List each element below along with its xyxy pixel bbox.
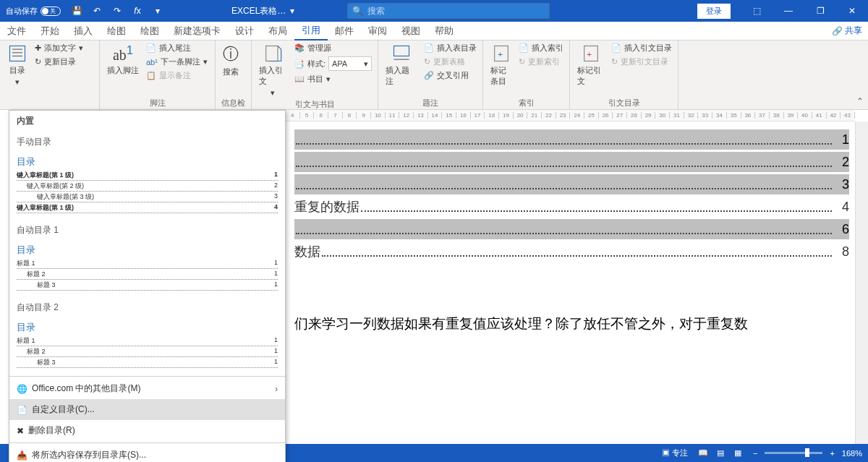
update-toc-button[interactable]: ↻ 更新目录 (33, 56, 85, 68)
ribbon-display-icon[interactable]: ⬚ (741, 0, 773, 22)
tab-0[interactable]: 文件 (0, 22, 33, 40)
citation-style-select[interactable]: 📑 样式: APA▾ (293, 56, 373, 72)
mark-entry-button[interactable]: + 标记条目 (488, 42, 514, 88)
zoom-out-button[interactable]: − (753, 449, 757, 458)
qat-dropdown-icon[interactable]: ▾ (149, 2, 166, 20)
dd-save-selection[interactable]: 📥将所选内容保存到目录库(S)... (9, 445, 285, 462)
tab-3[interactable]: 绘图 (100, 22, 133, 40)
toc-entry[interactable]: 3 (294, 174, 849, 194)
svg-text:+: + (587, 49, 592, 59)
tab-8[interactable]: 引用 (294, 22, 328, 40)
dd-more-office[interactable]: 🌐Office.com 中的其他目录(M)› (9, 378, 285, 399)
tab-7[interactable]: 布局 (261, 22, 294, 40)
remove-icon: ✖ (17, 426, 24, 436)
title-bar: 自动保存 关 💾 ↶ ↷ fx ▾ EXCEL表格… ▾ 🔍 登录 ⬚ — ❐ … (0, 0, 868, 22)
focus-mode-button[interactable]: ▣ 专注 (662, 448, 688, 458)
search-box[interactable]: 🔍 (347, 3, 550, 19)
print-layout-icon[interactable]: ▤ (712, 447, 728, 460)
update-toa-button: ↻ 更新引文目录 (610, 56, 673, 68)
document-icon: 📄 (17, 405, 27, 415)
toc-entry[interactable]: 2 (294, 152, 849, 172)
show-notes-button: 📋 显示备注 (145, 69, 209, 82)
update-index-button: ↻ 更新索引 (517, 56, 565, 68)
dd-preview-auto2[interactable]: 目录 标题 11标题 21标题 31 (9, 318, 285, 375)
zoom-slider[interactable] (765, 452, 822, 454)
horizontal-ruler[interactable]: 4567891011121314151617181920212223242526… (286, 110, 855, 121)
ribbon-collapse-icon[interactable]: ⌃ (856, 96, 864, 106)
dd-custom-toc[interactable]: 📄自定义目录(C)... (9, 399, 285, 420)
search-icon: 🔍 (352, 6, 363, 16)
save-icon[interactable]: 💾 (68, 2, 85, 20)
web-layout-icon[interactable]: ▦ (730, 447, 746, 460)
dd-remove-toc[interactable]: ✖删除目录(R) (9, 420, 285, 441)
svg-rect-5 (393, 46, 409, 56)
ribbon: 目录▾ ✚ 添加文字 ▾ ↻ 更新目录 ab1 插入脚注 📄 插入尾注 ab¹ … (0, 40, 868, 110)
tab-2[interactable]: 插入 (67, 22, 100, 40)
toc-entry[interactable]: 6 (294, 219, 849, 239)
zoom-level[interactable]: 168% (842, 449, 862, 458)
svg-rect-0 (10, 46, 25, 61)
quick-access-toolbar: 💾 ↶ ↷ fx ▾ (68, 2, 166, 20)
bibliography-button[interactable]: 📖 书目 ▾ (293, 73, 373, 85)
dd-preview-auto1[interactable]: 目录 标题 11标题 21标题 31 (9, 241, 285, 297)
search-input[interactable] (367, 6, 549, 16)
insert-table-figures-button[interactable]: 📄 插入表目录 (422, 42, 478, 54)
tab-1[interactable]: 开始 (33, 22, 67, 40)
cross-reference-button[interactable]: 🔗 交叉引用 (422, 69, 478, 82)
close-icon[interactable]: ✕ (836, 0, 868, 22)
minimize-icon[interactable]: — (773, 0, 804, 22)
save-icon: 📥 (17, 450, 27, 461)
insert-index-button[interactable]: 📄 插入索引 (517, 42, 565, 54)
mark-citation-button[interactable]: + 标记引文 (574, 42, 607, 88)
insert-caption-button[interactable]: 插入题注 (383, 42, 420, 88)
read-mode-icon[interactable]: 📖 (695, 447, 711, 460)
toc-button[interactable]: 目录▾ (4, 42, 30, 88)
update-table-button: ↻ 更新表格 (422, 56, 478, 68)
toc-dropdown: 内置 手动目录 目录 键入章标题(第 1 级)1键入章标题(第 2 级)2键入章… (9, 110, 286, 462)
dd-auto1[interactable]: 自动目录 1 (9, 220, 285, 241)
dd-manual-toc[interactable]: 手动目录 (9, 132, 285, 153)
add-text-button[interactable]: ✚ 添加文字 ▾ (33, 42, 85, 54)
tab-6[interactable]: 设计 (228, 22, 261, 40)
tab-11[interactable]: 视图 (394, 22, 427, 40)
insert-footnote-button[interactable]: ab1 插入脚注 (104, 42, 142, 77)
next-footnote-button[interactable]: ab¹ 下一条脚注 ▾ (145, 56, 209, 68)
document-content[interactable]: 123重复的数据46数据8 们来学习一列数据如果有重复值应该处理？除了放任不管之… (289, 121, 855, 339)
dd-auto2[interactable]: 自动目录 2 (9, 297, 285, 318)
autosave-label: 自动保存 (6, 6, 38, 17)
share-button[interactable]: 🔗共享 (832, 25, 862, 37)
svg-text:+: + (498, 49, 503, 59)
globe-icon: 🌐 (17, 384, 27, 394)
zoom-in-button[interactable]: + (830, 449, 834, 458)
maximize-icon[interactable]: ❐ (804, 0, 836, 22)
login-button[interactable]: 登录 (697, 4, 731, 19)
toc-entry[interactable]: 1 (294, 129, 849, 150)
tab-12[interactable]: 帮助 (427, 22, 461, 40)
body-text: 们来学习一列数据如果有重复值应该处理？除了放任不管之外，对于重复数 (294, 315, 849, 333)
tab-strip: 文件开始插入绘图绘图新建选项卡设计布局引用邮件审阅视图帮助 🔗共享 (0, 22, 868, 40)
svg-rect-4 (266, 46, 278, 61)
tab-10[interactable]: 审阅 (361, 22, 394, 40)
vertical-scrollbar[interactable] (855, 121, 868, 444)
search-button[interactable]: ⓘ搜索 (220, 42, 242, 79)
insert-citation-button[interactable]: 插入引文▾ (256, 42, 290, 99)
fx-icon[interactable]: fx (129, 2, 146, 20)
insert-toa-button[interactable]: 📄 插入引文目录 (610, 42, 673, 54)
toc-entry[interactable]: 数据8 (294, 241, 849, 262)
document-title[interactable]: EXCEL表格… ▾ (231, 5, 294, 17)
dd-heading-builtin: 内置 (9, 111, 285, 132)
manage-sources-button[interactable]: 📚 管理源 (293, 42, 373, 54)
toc-entry[interactable]: 重复的数据4 (294, 197, 849, 217)
tab-5[interactable]: 新建选项卡 (166, 22, 228, 40)
document-area: 4567891011121314151617181920212223242526… (0, 110, 868, 444)
autosave-toggle[interactable]: 自动保存 关 (6, 6, 61, 17)
tab-4[interactable]: 绘图 (133, 22, 166, 40)
undo-icon[interactable]: ↶ (88, 2, 106, 20)
dd-preview-manual[interactable]: 目录 键入章标题(第 1 级)1键入章标题(第 2 级)2键入章标题(第 3 级… (9, 153, 285, 220)
insert-endnote-button[interactable]: 📄 插入尾注 (145, 42, 209, 54)
tab-9[interactable]: 邮件 (328, 22, 361, 40)
redo-icon[interactable]: ↷ (109, 2, 126, 20)
